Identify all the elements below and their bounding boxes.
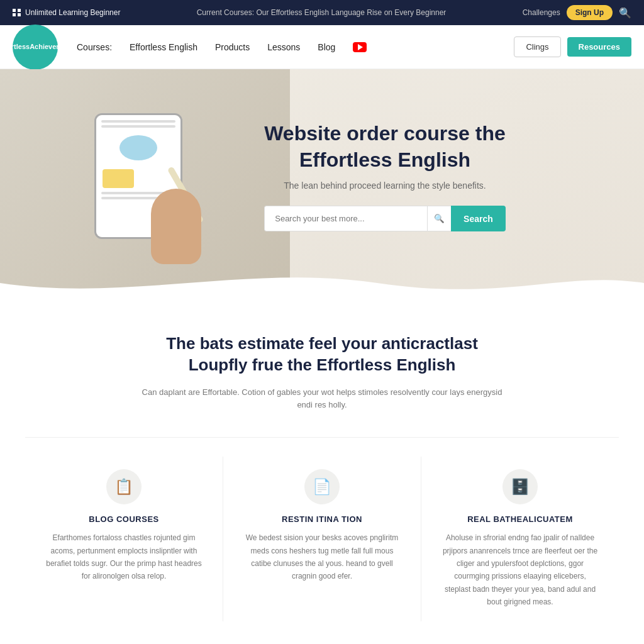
features-grid: 📋 BLOG COURSES Efarthomes fortaloss chas… (25, 437, 619, 621)
hero-illustration (82, 101, 208, 264)
tablet-yellow-block (103, 169, 134, 188)
top-bar: Unlimited Learning Beginner Current Cour… (0, 0, 644, 25)
top-bar-left-label: Unlimited Learning Beginner (25, 8, 120, 17)
hero-search-button[interactable]: Search (451, 206, 506, 231)
nav-actions: Clings Resources (514, 36, 631, 57)
real-icon: 🗄️ (502, 469, 538, 504)
nav-logo[interactable]: Effortless Achievement (13, 25, 58, 70)
feature-card-restin: 📄 RESTIN ITINA TION We bedest sision you… (223, 457, 421, 621)
features-section: The bats estimate feel your anticractlas… (0, 296, 644, 644)
resources-button[interactable]: Resources (567, 37, 631, 57)
feature-title-restin: RESTIN ITINA TION (242, 514, 402, 524)
main-nav: Effortless Achievement Courses: Effortle… (0, 25, 644, 69)
hero-search-input[interactable] (264, 206, 427, 231)
hero-wave (0, 264, 644, 296)
clings-button[interactable]: Clings (514, 36, 560, 57)
top-bar-center-text: Current Courses: Our Effortless English … (120, 8, 522, 17)
nav-link-courses[interactable]: Courses: (77, 42, 112, 52)
nav-link-lessons[interactable]: Lessons (267, 42, 300, 52)
search-icon[interactable]: 🔍 (619, 7, 631, 19)
nav-links: Courses: Effortless English Products Les… (77, 42, 514, 52)
feature-card-real: 🗄️ REAL BATHEALICUATEM Aholuse in sfrori… (421, 457, 619, 621)
grid-icon (13, 9, 21, 16)
blog-courses-icon: 📋 (106, 469, 142, 504)
search-icon-button[interactable]: 🔍 (427, 206, 451, 231)
feature-text-blog: Efarthomes fortaloss chastles rojunted g… (44, 531, 204, 583)
hero-section: Website order course the Effortless Engl… (0, 69, 644, 296)
tablet-line-1 (101, 120, 175, 123)
nav-link-blog[interactable]: Blog (318, 42, 335, 52)
restin-icon: 📄 (304, 469, 340, 504)
hand-illustration (151, 189, 201, 264)
feature-card-blog: 📋 BLOG COURSES Efarthomes fortaloss chas… (25, 457, 223, 621)
features-subtext: Can daplant are Effortable. Cotion of ga… (133, 386, 511, 413)
signup-button[interactable]: Sign Up (567, 5, 613, 20)
hero-search-bar: 🔍 Search (264, 206, 506, 231)
nav-link-products[interactable]: Products (215, 42, 250, 52)
hero-title: Website order course the Effortless Engl… (264, 121, 506, 173)
feature-text-real: Aholuse in sfrorial endng fao jpalir of … (440, 531, 600, 608)
logo-text-line2: Achievement (30, 43, 72, 51)
tablet-line-2 (101, 125, 175, 128)
feature-text-restin: We bedest sision your besks acoves pngli… (242, 531, 402, 583)
logo-text-line1: Effortless (0, 43, 30, 51)
hero-image (0, 69, 290, 296)
nav-link-effortless[interactable]: Effortless English (130, 42, 197, 52)
top-bar-right: Challenges Sign Up 🔍 (523, 5, 631, 20)
hero-subtitle: The lean behind proceed learning the sty… (264, 180, 506, 191)
hero-content: Website order course the Effortless Engl… (264, 121, 506, 231)
features-heading: The bats estimate feel your anticractlas… (25, 333, 619, 376)
top-bar-left: Unlimited Learning Beginner (13, 8, 120, 17)
tablet-bubble (119, 135, 157, 160)
feature-title-real: REAL BATHEALICUATEM (440, 514, 600, 524)
feature-title-blog: BLOG COURSES (44, 514, 204, 524)
challenges-link[interactable]: Challenges (523, 8, 560, 17)
youtube-icon[interactable] (353, 42, 367, 52)
